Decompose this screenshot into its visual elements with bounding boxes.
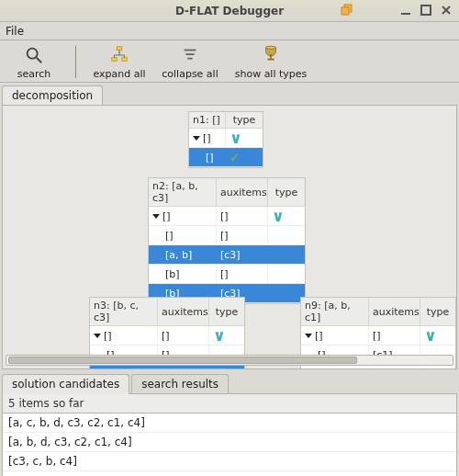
header-main: n9: [a, b, c1] bbox=[301, 298, 369, 325]
cell-value: [] bbox=[162, 330, 170, 342]
cell-value: [b] bbox=[106, 368, 121, 370]
tab-solution-candidates[interactable]: solution candidates bbox=[2, 374, 129, 394]
header-main: n1: [] bbox=[189, 112, 226, 128]
maximize-button[interactable] bbox=[419, 3, 433, 17]
svg-point-18 bbox=[266, 46, 276, 49]
solution-list[interactable]: [a, c, b, d, c3, c2, c1, c4] [a, b, d, c… bbox=[3, 414, 456, 476]
table-n1[interactable]: n1: [] type [] ∨ [] ✓ bbox=[188, 111, 263, 168]
header-aux: auxitems bbox=[158, 298, 209, 325]
svg-line-7 bbox=[37, 58, 42, 63]
svg-rect-10 bbox=[122, 58, 128, 62]
table-row[interactable]: [] [] ∨ bbox=[149, 207, 305, 226]
svg-rect-20 bbox=[267, 59, 274, 61]
cell-value: [] bbox=[373, 368, 381, 370]
close-button[interactable] bbox=[439, 3, 453, 17]
cell-value: [] bbox=[373, 330, 381, 342]
table-row[interactable]: [] ✓ bbox=[189, 148, 263, 167]
cell-value: [a, b] bbox=[165, 249, 192, 261]
header-aux: auxitems bbox=[217, 178, 268, 206]
menubar: File bbox=[0, 22, 459, 40]
table-row[interactable]: [a, b] [c3] bbox=[149, 245, 305, 265]
show-all-types-button[interactable]: show all types bbox=[232, 44, 309, 80]
decomposition-panel: n1: [] type [] ∨ [] ✓ n2: [a, b, c3] aux… bbox=[2, 105, 457, 369]
restore-windows-icon[interactable] bbox=[340, 3, 354, 17]
expand-all-icon bbox=[108, 44, 130, 66]
table-row[interactable]: [] ∨ bbox=[189, 129, 263, 148]
type-vee-icon: ∨ bbox=[272, 210, 285, 222]
table-row[interactable]: [] [] ∨ bbox=[301, 326, 455, 346]
expand-all-button[interactable]: expand all bbox=[91, 44, 148, 80]
solution-panel: 5 items so far [a, c, b, d, c3, c2, c1, … bbox=[2, 393, 457, 476]
cell-value: [c3] bbox=[220, 249, 241, 261]
cell-value: [] bbox=[162, 368, 170, 370]
type-vee-icon: ∨ bbox=[424, 329, 437, 342]
header-aux: auxitems bbox=[369, 298, 420, 325]
header-main: n2: [a, b, c3] bbox=[149, 178, 217, 206]
cell-value: [] bbox=[220, 210, 229, 222]
search-button[interactable]: search bbox=[7, 44, 61, 80]
svg-rect-1 bbox=[341, 7, 349, 15]
list-item[interactable]: [a, b, d, c3, c2, c1, c4] bbox=[3, 433, 456, 452]
bottom-tab-strip: solution candidates search results bbox=[0, 371, 459, 393]
collapse-all-label: collapse all bbox=[162, 68, 218, 80]
header-type: type bbox=[268, 178, 305, 206]
header-type: type bbox=[420, 298, 455, 325]
scrollbar-thumb[interactable] bbox=[8, 357, 357, 364]
toolbar-separator bbox=[75, 46, 76, 78]
search-icon bbox=[23, 44, 45, 66]
cell-value: [] bbox=[104, 330, 112, 342]
collapse-all-button[interactable]: collapse all bbox=[161, 44, 219, 80]
cell-value: [] bbox=[206, 152, 214, 164]
table-header: n9: [a, b, c1] auxitems type bbox=[301, 298, 455, 326]
type-vee-icon: ∨ bbox=[230, 131, 242, 144]
svg-rect-3 bbox=[421, 6, 431, 15]
table-header: n2: [a, b, c3] auxitems type bbox=[149, 178, 305, 207]
show-all-types-label: show all types bbox=[235, 68, 308, 80]
table-n2[interactable]: n2: [a, b, c3] auxitems type [] [] ∨ [] … bbox=[148, 177, 306, 304]
cell-value: [] bbox=[203, 132, 211, 144]
disclosure-icon[interactable] bbox=[193, 136, 200, 141]
solution-status: 5 items so far bbox=[3, 394, 456, 414]
menu-file[interactable]: File bbox=[6, 25, 24, 38]
svg-rect-8 bbox=[117, 47, 122, 51]
collapse-all-icon bbox=[179, 44, 201, 66]
table-row[interactable]: [b] [] bbox=[149, 265, 305, 284]
titlebar: D-FLAT Debugger bbox=[0, 0, 459, 22]
horizontal-scrollbar[interactable] bbox=[6, 355, 453, 366]
svg-rect-9 bbox=[112, 58, 118, 62]
table-header: n1: [] type bbox=[189, 112, 263, 129]
expand-all-label: expand all bbox=[93, 68, 145, 80]
minimize-button[interactable] bbox=[398, 3, 413, 17]
list-item[interactable]: [c3, c, b, c4] bbox=[3, 452, 456, 471]
cell-value: [] bbox=[220, 230, 229, 242]
table-header: n3: [b, c, c3] auxitems type bbox=[90, 298, 244, 326]
disclosure-icon[interactable] bbox=[94, 334, 101, 338]
toolbar: search expand all collapse all show all … bbox=[0, 40, 459, 83]
svg-point-6 bbox=[28, 49, 38, 59]
disclosure-icon[interactable] bbox=[305, 334, 312, 338]
tab-search-results[interactable]: search results bbox=[131, 374, 229, 393]
type-vee-icon: ∨ bbox=[213, 329, 226, 342]
show-all-types-icon bbox=[260, 44, 282, 66]
svg-rect-2 bbox=[401, 13, 410, 15]
cell-value: [] bbox=[165, 230, 174, 242]
disclosure-icon[interactable] bbox=[152, 214, 160, 219]
top-tab-strip: decomposition bbox=[0, 83, 459, 105]
search-label: search bbox=[17, 68, 51, 80]
header-main: n3: [b, c, c3] bbox=[90, 298, 158, 325]
cell-value: [b] bbox=[165, 268, 180, 280]
cell-value: [] bbox=[220, 268, 229, 280]
cell-value: [] bbox=[162, 210, 171, 222]
table-row[interactable]: [] [] bbox=[149, 226, 305, 245]
svg-rect-19 bbox=[270, 54, 272, 59]
type-check-icon: ✓ bbox=[230, 150, 241, 164]
header-type: type bbox=[209, 298, 244, 325]
cell-value: [a] bbox=[318, 368, 331, 370]
list-item[interactable]: [a, c, b, d, c3, c2, c1, c4] bbox=[3, 414, 456, 433]
header-type: type bbox=[226, 112, 263, 128]
tab-decomposition[interactable]: decomposition bbox=[2, 85, 103, 106]
table-row[interactable]: [] [] ∨ bbox=[90, 326, 244, 346]
cell-value: [] bbox=[315, 330, 323, 342]
window-controls bbox=[340, 3, 453, 17]
